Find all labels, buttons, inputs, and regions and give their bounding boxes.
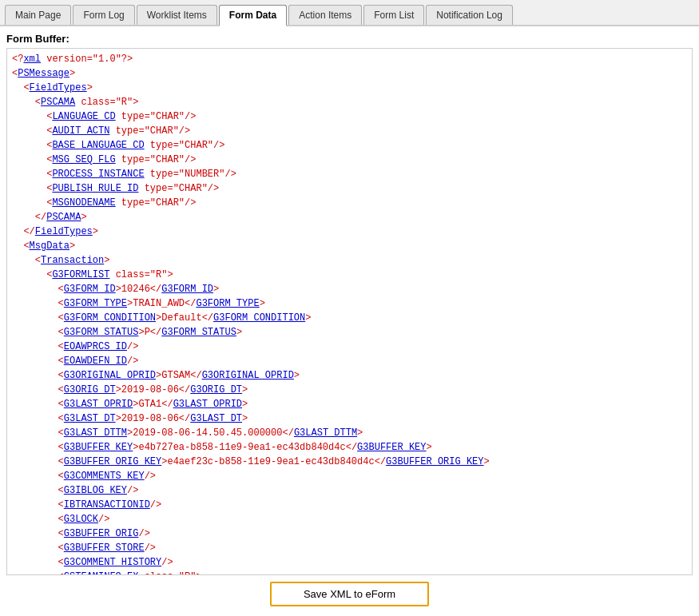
tab-form-list[interactable]: Form List xyxy=(363,5,424,25)
tab-notification-log[interactable]: Notification Log xyxy=(426,5,513,25)
tab-form-log[interactable]: Form Log xyxy=(73,5,134,25)
save-xml-button[interactable]: Save XML to eForm xyxy=(270,582,429,606)
tabs-bar: Main Page Form Log Worklist Items Form D… xyxy=(0,0,699,26)
content-area: Form Buffer: <?xml version="1.0"?> <PSMe… xyxy=(0,26,699,616)
form-buffer-label: Form Buffer: xyxy=(6,33,693,45)
save-btn-area: Save XML to eForm xyxy=(6,575,693,610)
xml-viewer[interactable]: <?xml version="1.0"?> <PSMessage> <Field… xyxy=(6,48,693,575)
tab-action-items[interactable]: Action Items xyxy=(288,5,362,25)
tab-main-page[interactable]: Main Page xyxy=(5,5,71,25)
tab-form-data[interactable]: Form Data xyxy=(219,5,287,26)
tab-worklist-items[interactable]: Worklist Items xyxy=(137,5,217,25)
